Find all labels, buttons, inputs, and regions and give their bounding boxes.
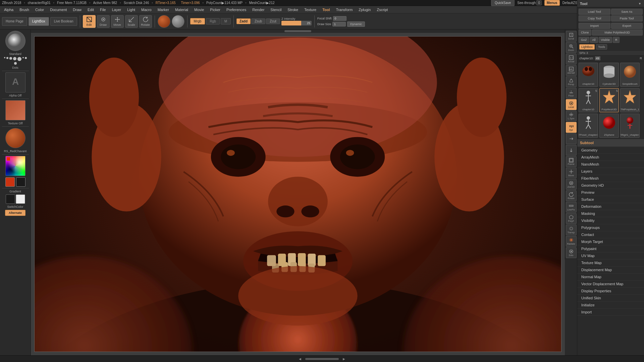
make-polymesh-btn[interactable]: Make PolyMesh3D (592, 29, 643, 36)
menus-button[interactable]: Menus (544, 0, 560, 6)
lightbox-btn-right[interactable]: Lightbox (579, 44, 595, 50)
mrgb-btn[interactable]: Mrgb (190, 18, 205, 24)
menu-tool[interactable]: Tool (320, 7, 332, 12)
tool-thumb-cylinder[interactable]: Cylinder3D (599, 63, 619, 87)
tool-thumb-chapter10b[interactable]: chapter10 5 (579, 88, 598, 112)
material-sphere[interactable] (158, 15, 170, 28)
zoom-btn[interactable]: Zoom (566, 42, 577, 53)
export-btn[interactable]: Export (611, 23, 643, 29)
rotate2-btn[interactable]: Rotate (566, 190, 577, 201)
menu-file[interactable]: File (97, 7, 109, 12)
tool-thumb-chapter10[interactable]: chapter10 (579, 63, 598, 87)
paste-tool-btn[interactable]: Paste Tool (611, 15, 643, 21)
radiate-btn[interactable]: Radiate (566, 236, 577, 247)
grad-dark[interactable] (6, 194, 15, 204)
floor-btn[interactable]: Floor (566, 88, 577, 99)
bottom-scroll-left[interactable]: ◀ (298, 357, 303, 361)
copy-tool-btn[interactable]: Copy Tool (579, 15, 610, 21)
m-btn[interactable]: M (221, 18, 231, 24)
all-btn[interactable]: All (590, 37, 598, 43)
nanomesh-item[interactable]: NanoMesh (577, 161, 644, 168)
background-color[interactable] (16, 177, 25, 187)
menu-alpha[interactable]: Alpha (1, 7, 16, 12)
texture-preview[interactable] (5, 100, 25, 120)
menu-render[interactable]: Render (250, 7, 267, 12)
color-picker[interactable] (5, 156, 25, 176)
subtool-header[interactable]: Subtool (577, 139, 644, 147)
clone-btn[interactable]: Clone (579, 29, 591, 36)
masking-item[interactable]: Masking (577, 210, 644, 217)
initialize-item[interactable]: Initialize (577, 302, 644, 309)
morph-target-item[interactable]: Morph Target (577, 238, 644, 245)
solo-btn[interactable]: Solo (566, 247, 577, 258)
zcut-btn[interactable]: Zcut (266, 18, 280, 24)
deformation-item[interactable]: Deformation (577, 203, 644, 210)
menu-material[interactable]: Material (172, 7, 191, 12)
z-intensity-slider[interactable]: 25 (281, 21, 312, 25)
xyz-btn[interactable]: xyz Xyz (566, 122, 577, 133)
yarrow-btn[interactable] (566, 145, 577, 156)
draw-size-value[interactable]: 1 (332, 22, 346, 26)
surface-item[interactable]: Surface (577, 196, 644, 203)
displacement-map-item[interactable]: Displacement Map (577, 266, 644, 274)
rgb-btn[interactable]: Rgb (206, 18, 219, 24)
menu-draw[interactable]: Draw (70, 7, 84, 12)
contact-item[interactable]: Contact (577, 231, 644, 238)
visibility-item[interactable]: Visibility (577, 217, 644, 224)
import-item-bottom[interactable]: Import (577, 309, 644, 316)
bottom-scroll-right[interactable]: ▶ (341, 357, 346, 361)
frame-btn[interactable]: Frame (566, 156, 577, 167)
transp-btn[interactable]: Transp (566, 225, 577, 235)
tool-thumb-tmpolymesh[interactable]: TMPolyMesh_1 (620, 88, 640, 112)
linepix-btn[interactable]: LinePix (566, 202, 577, 213)
menu-transform[interactable]: Transform (333, 7, 356, 12)
unified-skin-item[interactable]: Unified Skin (577, 295, 644, 302)
vector-displacement-item[interactable]: Vector Displacement Map (577, 281, 644, 288)
polyf-btn[interactable]: PolyF (566, 213, 577, 224)
material-preview[interactable] (5, 128, 25, 148)
menu-layer[interactable]: Layer (109, 7, 124, 12)
uv-map-item[interactable]: UV Map (577, 252, 644, 259)
menu-light[interactable]: Light (124, 7, 138, 12)
preview-item[interactable]: Preview (577, 189, 644, 196)
tool-menu-scroll[interactable]: Subtool Geometry ArrayMesh NanoMesh Laye… (577, 139, 644, 362)
arraymesh-item[interactable]: ArrayMesh (577, 154, 644, 161)
persp-btn[interactable]: Persp (566, 76, 577, 87)
geometry-item[interactable]: Geometry (577, 147, 644, 154)
menu-zscript[interactable]: Zscript (374, 7, 390, 12)
visible-btn[interactable]: Visible (599, 37, 612, 43)
scroll-btn[interactable]: Scroll (566, 31, 577, 42)
zsub-btn[interactable]: Zsub (251, 18, 265, 24)
alternate-btn[interactable]: Alternate (5, 210, 25, 216)
foreground-color[interactable] (5, 177, 15, 187)
tool-thumb-polymesh[interactable]: PolyMesh3D 5 (599, 88, 619, 112)
focal-shift-value[interactable]: 0 (333, 16, 346, 21)
polypaint-item[interactable]: Polypaint (577, 245, 644, 252)
chapter-value[interactable]: 49 (595, 56, 600, 60)
goz-btn[interactable]: GoZ (579, 37, 589, 43)
menu-zplugin[interactable]: Zplugin (356, 7, 373, 12)
tool-thumb-simplebrush[interactable]: SimpleBrush (620, 63, 640, 87)
menu-stroke[interactable]: Stroke (285, 7, 301, 12)
r-label[interactable]: R (640, 57, 642, 60)
zoesd-btn[interactable]: ZoeSD (566, 179, 577, 190)
menu-picker[interactable]: Picker (207, 7, 223, 12)
import-btn-top[interactable]: Import (579, 23, 610, 29)
move-btn[interactable]: Move (111, 15, 124, 28)
tools-btn[interactable]: Tools (596, 44, 607, 50)
actual-btn[interactable]: 1:1 Actual (566, 54, 577, 64)
home-page-btn[interactable]: Home Page (2, 17, 27, 26)
menu-color[interactable]: Color (33, 7, 47, 12)
menu-edit[interactable]: Edit (85, 7, 97, 12)
rotate-btn[interactable]: Rotate (139, 15, 152, 28)
geometryhd-item[interactable]: Geometry HD (577, 182, 644, 189)
zadd-btn[interactable]: Zadd (236, 18, 251, 24)
menu-texture[interactable]: Texture (302, 7, 319, 12)
quick-save-button[interactable]: QuickSave (491, 0, 515, 6)
layers-item[interactable]: Layers (577, 168, 644, 175)
draw-btn[interactable]: Draw (97, 15, 110, 28)
polygroups-item[interactable]: Polygroups (577, 224, 644, 231)
bottom-scroll-bar[interactable] (305, 358, 339, 360)
save-as-btn[interactable]: Save As (611, 9, 643, 15)
tool-thumb-zrig[interactable]: ZRig#1_chapter1 (620, 114, 640, 138)
